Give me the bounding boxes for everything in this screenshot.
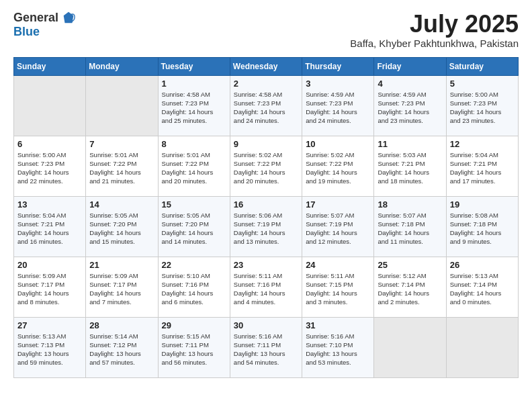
calendar-cell: 22Sunrise: 5:10 AM Sunset: 7:16 PM Dayli… xyxy=(158,257,230,317)
calendar-cell: 19Sunrise: 5:08 AM Sunset: 7:18 PM Dayli… xyxy=(446,196,518,257)
day-number: 13 xyxy=(17,199,82,210)
cell-info: Sunrise: 5:07 AM Sunset: 7:19 PM Dayligh… xyxy=(306,211,370,246)
calendar-cell: 15Sunrise: 5:05 AM Sunset: 7:20 PM Dayli… xyxy=(158,196,230,257)
day-number: 23 xyxy=(234,260,298,270)
title-block: July 2025 Baffa, Khyber Pakhtunkhwa, Pak… xyxy=(350,11,519,49)
day-of-week-header: Tuesday xyxy=(158,57,230,75)
day-number: 8 xyxy=(162,139,226,149)
day-number: 9 xyxy=(234,139,298,149)
cell-info: Sunrise: 4:58 AM Sunset: 7:23 PM Dayligh… xyxy=(162,90,226,126)
calendar-cell: 26Sunrise: 5:13 AM Sunset: 7:14 PM Dayli… xyxy=(446,257,518,317)
calendar-cell xyxy=(86,75,158,136)
day-number: 31 xyxy=(306,320,370,330)
day-of-week-header: Wednesday xyxy=(230,57,302,75)
calendar-cell: 27Sunrise: 5:13 AM Sunset: 7:13 PM Dayli… xyxy=(14,317,86,377)
cell-info: Sunrise: 4:58 AM Sunset: 7:23 PM Dayligh… xyxy=(234,90,298,126)
cell-info: Sunrise: 5:01 AM Sunset: 7:22 PM Dayligh… xyxy=(89,150,154,186)
cell-info: Sunrise: 5:04 AM Sunset: 7:21 PM Dayligh… xyxy=(450,150,515,186)
calendar-cell: 9Sunrise: 5:02 AM Sunset: 7:22 PM Daylig… xyxy=(230,136,302,196)
calendar-cell: 16Sunrise: 5:06 AM Sunset: 7:19 PM Dayli… xyxy=(230,196,302,257)
day-number: 30 xyxy=(234,320,298,330)
calendar-cell: 28Sunrise: 5:14 AM Sunset: 7:12 PM Dayli… xyxy=(86,317,158,377)
calendar-cell: 13Sunrise: 5:04 AM Sunset: 7:21 PM Dayli… xyxy=(14,196,86,257)
logo-general-text: General xyxy=(13,11,58,25)
day-number: 20 xyxy=(17,260,82,270)
day-number: 24 xyxy=(306,260,370,270)
day-number: 22 xyxy=(162,260,226,270)
cell-info: Sunrise: 5:09 AM Sunset: 7:17 PM Dayligh… xyxy=(89,271,154,307)
cell-info: Sunrise: 5:00 AM Sunset: 7:23 PM Dayligh… xyxy=(17,150,82,186)
day-number: 10 xyxy=(306,139,370,149)
cell-info: Sunrise: 5:16 AM Sunset: 7:11 PM Dayligh… xyxy=(234,332,298,367)
calendar-cell: 7Sunrise: 5:01 AM Sunset: 7:22 PM Daylig… xyxy=(86,136,158,196)
calendar-cell: 21Sunrise: 5:09 AM Sunset: 7:17 PM Dayli… xyxy=(86,257,158,317)
calendar-week-row: 27Sunrise: 5:13 AM Sunset: 7:13 PM Dayli… xyxy=(14,317,519,377)
cell-info: Sunrise: 4:59 AM Sunset: 7:23 PM Dayligh… xyxy=(306,90,370,126)
cell-info: Sunrise: 5:11 AM Sunset: 7:15 PM Dayligh… xyxy=(306,271,370,307)
day-number: 14 xyxy=(89,199,154,210)
day-of-week-header: Monday xyxy=(86,57,158,75)
calendar-week-row: 20Sunrise: 5:09 AM Sunset: 7:17 PM Dayli… xyxy=(14,257,519,317)
cell-info: Sunrise: 5:07 AM Sunset: 7:18 PM Dayligh… xyxy=(378,211,442,246)
cell-info: Sunrise: 5:13 AM Sunset: 7:13 PM Dayligh… xyxy=(17,332,82,367)
day-number: 1 xyxy=(162,79,226,89)
cell-info: Sunrise: 5:02 AM Sunset: 7:22 PM Dayligh… xyxy=(234,150,298,186)
logo-icon xyxy=(61,11,76,26)
calendar-cell: 31Sunrise: 5:16 AM Sunset: 7:10 PM Dayli… xyxy=(302,317,374,377)
cell-info: Sunrise: 5:09 AM Sunset: 7:17 PM Dayligh… xyxy=(17,271,82,307)
day-number: 19 xyxy=(450,199,515,210)
calendar-cell: 29Sunrise: 5:15 AM Sunset: 7:11 PM Dayli… xyxy=(158,317,230,377)
calendar-table: SundayMondayTuesdayWednesdayThursdayFrid… xyxy=(13,57,519,378)
cell-info: Sunrise: 5:08 AM Sunset: 7:18 PM Dayligh… xyxy=(450,211,515,246)
calendar-cell: 25Sunrise: 5:12 AM Sunset: 7:14 PM Dayli… xyxy=(374,257,446,317)
location-subtitle: Baffa, Khyber Pakhtunkhwa, Pakistan xyxy=(350,38,519,49)
day-number: 28 xyxy=(89,320,154,330)
day-number: 7 xyxy=(89,139,154,149)
day-number: 18 xyxy=(378,199,442,210)
calendar-cell: 6Sunrise: 5:00 AM Sunset: 7:23 PM Daylig… xyxy=(14,136,86,196)
cell-info: Sunrise: 5:10 AM Sunset: 7:16 PM Dayligh… xyxy=(162,271,226,307)
cell-info: Sunrise: 5:13 AM Sunset: 7:14 PM Dayligh… xyxy=(450,271,515,307)
month-year-title: July 2025 xyxy=(350,11,519,38)
calendar-cell: 18Sunrise: 5:07 AM Sunset: 7:18 PM Dayli… xyxy=(374,196,446,257)
calendar-cell xyxy=(374,317,446,377)
day-number: 17 xyxy=(306,199,370,210)
cell-info: Sunrise: 5:02 AM Sunset: 7:22 PM Dayligh… xyxy=(306,150,370,186)
cell-info: Sunrise: 5:05 AM Sunset: 7:20 PM Dayligh… xyxy=(162,211,226,246)
calendar-cell: 8Sunrise: 5:01 AM Sunset: 7:22 PM Daylig… xyxy=(158,136,230,196)
cell-info: Sunrise: 5:12 AM Sunset: 7:14 PM Dayligh… xyxy=(378,271,442,307)
day-number: 25 xyxy=(378,260,442,270)
day-number: 6 xyxy=(17,139,82,149)
cell-info: Sunrise: 5:03 AM Sunset: 7:21 PM Dayligh… xyxy=(378,150,442,186)
day-number: 4 xyxy=(378,79,442,89)
calendar-cell: 12Sunrise: 5:04 AM Sunset: 7:21 PM Dayli… xyxy=(446,136,518,196)
day-number: 11 xyxy=(378,139,442,149)
day-of-week-header: Saturday xyxy=(446,57,518,75)
calendar-cell: 2Sunrise: 4:58 AM Sunset: 7:23 PM Daylig… xyxy=(230,75,302,136)
day-number: 3 xyxy=(306,79,370,89)
calendar-cell: 20Sunrise: 5:09 AM Sunset: 7:17 PM Dayli… xyxy=(14,257,86,317)
calendar-cell: 17Sunrise: 5:07 AM Sunset: 7:19 PM Dayli… xyxy=(302,196,374,257)
cell-info: Sunrise: 5:14 AM Sunset: 7:12 PM Dayligh… xyxy=(89,332,154,367)
calendar-cell: 30Sunrise: 5:16 AM Sunset: 7:11 PM Dayli… xyxy=(230,317,302,377)
cell-info: Sunrise: 5:16 AM Sunset: 7:10 PM Dayligh… xyxy=(306,332,370,367)
cell-info: Sunrise: 5:05 AM Sunset: 7:20 PM Dayligh… xyxy=(89,211,154,246)
calendar-cell: 23Sunrise: 5:11 AM Sunset: 7:16 PM Dayli… xyxy=(230,257,302,317)
page-header: General Blue July 2025 Baffa, Khyber Pak… xyxy=(13,11,519,49)
day-number: 27 xyxy=(17,320,82,330)
cell-info: Sunrise: 4:59 AM Sunset: 7:23 PM Dayligh… xyxy=(378,90,442,126)
calendar-cell: 14Sunrise: 5:05 AM Sunset: 7:20 PM Dayli… xyxy=(86,196,158,257)
calendar-week-row: 1Sunrise: 4:58 AM Sunset: 7:23 PM Daylig… xyxy=(14,75,519,136)
day-of-week-header: Friday xyxy=(374,57,446,75)
day-number: 5 xyxy=(450,79,515,89)
calendar-cell: 24Sunrise: 5:11 AM Sunset: 7:15 PM Dayli… xyxy=(302,257,374,317)
cell-info: Sunrise: 5:15 AM Sunset: 7:11 PM Dayligh… xyxy=(162,332,226,367)
day-of-week-header: Sunday xyxy=(14,57,86,75)
calendar-week-row: 6Sunrise: 5:00 AM Sunset: 7:23 PM Daylig… xyxy=(14,136,519,196)
calendar-cell: 4Sunrise: 4:59 AM Sunset: 7:23 PM Daylig… xyxy=(374,75,446,136)
calendar-cell: 1Sunrise: 4:58 AM Sunset: 7:23 PM Daylig… xyxy=(158,75,230,136)
logo: General Blue xyxy=(13,11,76,39)
cell-info: Sunrise: 5:04 AM Sunset: 7:21 PM Dayligh… xyxy=(17,211,82,246)
day-number: 16 xyxy=(234,199,298,210)
calendar-header-row: SundayMondayTuesdayWednesdayThursdayFrid… xyxy=(14,57,519,75)
